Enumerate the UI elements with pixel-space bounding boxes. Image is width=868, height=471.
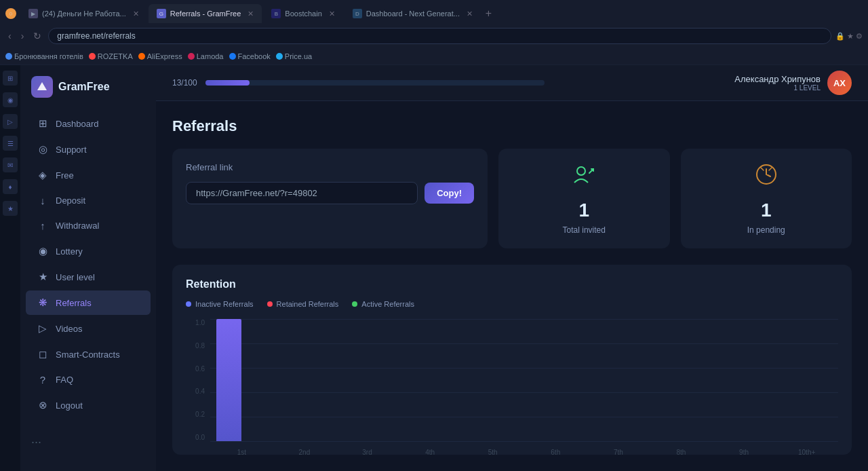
strip-icon-3[interactable]: ▷ [3,114,18,129]
bookmark-icon-priceua [276,53,283,60]
bookmark-rozetka[interactable]: ROZETKA [89,52,133,60]
main-content: 13/100 Александр Хрипунов 1 LEVEL AX Ref… [156,65,868,471]
strip-icon-2[interactable]: ◉ [3,92,18,107]
tab-close-4[interactable]: ✕ [467,10,473,18]
sidebar-label-faq: FAQ [56,375,73,385]
address-bar: ‹ › ↻ 🔒 ★ ⚙ [0,24,868,48]
y-label-10: 1.0 [195,319,205,326]
strip-icon-1[interactable]: ⊞ [3,71,18,86]
in-pending-card: 1 In pending [681,149,852,248]
tab-label-1: (24) Деньги Не Работа... [42,10,126,18]
bookmark-label-hotels: Бронювання готелів [14,52,83,60]
tab-close-3[interactable]: ✕ [329,10,335,18]
tab-2[interactable]: G Referrals - GramFree ✕ [149,4,262,23]
legend-retained: Retained Referrals [267,300,339,308]
referral-link-input[interactable] [186,182,418,204]
total-invited-number: 1 [578,200,589,221]
sidebar-nav: ⊞ Dashboard ◎ Support ◈ Free ↓ Deposit ↑… [20,111,156,417]
referral-link-card: Referral link Copy! [172,149,488,248]
bookmark-aliexpress[interactable]: AliExpress [138,52,182,60]
in-pending-label: In pending [747,225,785,235]
cards-row: Referral link Copy! 1 [172,149,852,248]
tab-4[interactable]: D Dashboard - Next Generat... ✕ [344,4,480,23]
sidebar-item-deposit[interactable]: ↓ Deposit [26,189,151,212]
logout-icon: ⊗ [37,399,49,411]
referrals-icon: ❋ [37,297,49,309]
strip-icon-7[interactable]: ★ [3,201,18,216]
browser-chrome: ○ ▶ (24) Деньги Не Работа... ✕ G Referra… [0,0,868,65]
support-icon: ◎ [37,143,49,155]
legend-inactive: Inactive Referrals [186,300,254,308]
sidebar-item-logout[interactable]: ⊗ Logout [26,393,151,417]
sidebar-label-withdrawal: Withdrawal [56,221,99,231]
withdrawal-icon: ↑ [37,220,49,231]
sidebar-label-support: Support [56,145,87,155]
bookmark-label-lamoda: Lamoda [197,52,224,60]
smartcontracts-icon: ◻ [37,348,49,360]
progress-bar-container [205,80,545,86]
retention-title: Retention [186,278,838,290]
x-label-1st: 1st [210,449,273,456]
copy-button[interactable]: Copy! [425,183,474,204]
sidebar-item-smartcontracts[interactable]: ◻ Smart-Contracts [26,342,151,366]
legend-dot-active [352,301,357,307]
bookmark-label-rozetka: ROZETKA [98,52,133,60]
sidebar-item-free[interactable]: ◈ Free [26,163,151,187]
legend-active: Active Referrals [352,300,414,308]
sidebar-item-faq[interactable]: ? FAQ [26,368,151,392]
bookmark-hotels[interactable]: Бронювання готелів [5,52,83,60]
tab-1[interactable]: ▶ (24) Деньги Не Работа... ✕ [20,4,147,23]
svg-point-1 [577,167,585,175]
strip-icon-5[interactable]: ✉ [3,157,18,172]
new-tab-button[interactable]: + [481,7,496,20]
x-label-7th: 7th [587,449,650,456]
y-label-08: 0.8 [195,342,205,350]
videos-icon: ▷ [37,322,49,335]
tab-bar: ○ ▶ (24) Деньги Не Работа... ✕ G Referra… [0,0,868,24]
sidebar-item-dashboard[interactable]: ⊞ Dashboard [26,111,151,136]
tab-favicon-3: B [271,9,281,18]
sidebar-item-support[interactable]: ◎ Support [26,137,151,162]
tab-close-1[interactable]: ✕ [133,10,139,18]
tab-close-2[interactable]: ✕ [248,10,254,18]
grid-line-08 [210,343,838,344]
app-layout: ⊞ ◉ ▷ ☰ ✉ ♦ ★ GramFree ⊞ Dashboard ◎ Sup… [0,65,868,471]
tab-3[interactable]: B Boostchain ✕ [263,4,342,23]
sidebar-label-referrals: Referrals [56,298,92,308]
sidebar-label-userlevel: User level [56,272,95,282]
bookmark-icon-lamoda [188,53,195,60]
strip-icon-6[interactable]: ♦ [3,179,18,194]
link-row: Copy! [186,182,474,204]
sidebar-label-deposit: Deposit [56,195,85,206]
sidebar-item-lottery[interactable]: ◉ Lottery [26,239,151,263]
sidebar-item-referrals[interactable]: ❋ Referrals [26,290,151,315]
free-icon: ◈ [37,169,49,181]
sidebar-item-withdrawal[interactable]: ↑ Withdrawal [26,214,151,238]
y-axis: 1.0 0.8 0.6 0.4 0.2 0.0 [186,319,210,441]
legend-label-active: Active Referrals [361,300,414,308]
address-input[interactable] [48,28,831,44]
logo-icon [31,76,53,98]
back-button[interactable]: ‹ [5,29,14,43]
grid-line-02 [210,417,838,417]
x-label-6th: 6th [524,449,587,456]
user-level: 1 LEVEL [734,84,821,92]
bookmark-facebook[interactable]: Facebook [229,52,271,60]
x-labels: 1st 2nd 3rd 4th 5th 6th 7th 8th 9th 10th… [210,449,838,456]
sidebar-logo: GramFree [20,76,156,111]
chart-legend: Inactive Referrals Retained Referrals Ac… [186,300,838,308]
sidebar-item-userlevel[interactable]: ★ User level [26,265,151,289]
forward-button[interactable]: › [18,29,27,43]
bookmark-priceua[interactable]: Price.ua [276,52,312,60]
sidebar-label-logout: Logout [56,400,83,411]
bookmark-icon-aliexpress [138,53,145,60]
sidebar-label-videos: Videos [56,324,83,334]
browser-logo-icon: ○ [5,8,16,19]
strip-icon-4[interactable]: ☰ [3,136,18,151]
sidebar-item-videos[interactable]: ▷ Videos [26,316,151,341]
svg-marker-0 [37,82,47,90]
sidebar-label-dashboard: Dashboard [56,119,99,129]
bookmark-lamoda[interactable]: Lamoda [188,52,224,60]
reload-button[interactable]: ↻ [31,29,44,43]
retention-section: Retention Inactive Referrals Retained Re… [172,265,852,455]
